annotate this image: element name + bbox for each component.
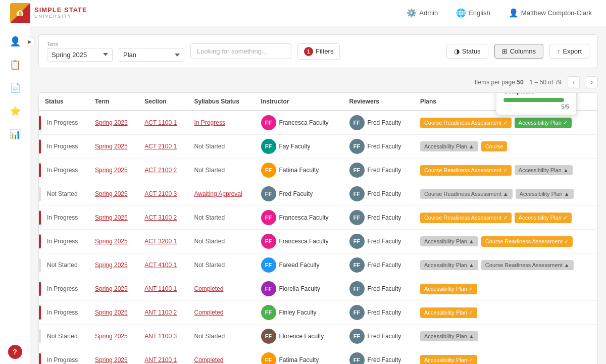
sidebar-item-chart[interactable]: 📊: [5, 124, 25, 144]
section-link[interactable]: ANT 1100 3: [144, 333, 177, 340]
admin-button[interactable]: ⚙️ Admin: [402, 6, 442, 20]
reviewer-cell: FFFred Faculty: [343, 277, 414, 301]
term-link[interactable]: Spring 2025: [95, 238, 128, 245]
plan-badge[interactable]: Course Readiness Assessment ✓: [420, 213, 512, 223]
term-link[interactable]: Spring 2025: [95, 214, 128, 221]
section-link[interactable]: ACT 4100 1: [144, 262, 177, 269]
next-page-button[interactable]: ›: [586, 76, 598, 88]
term-link[interactable]: Spring 2025: [95, 119, 128, 126]
export-button[interactable]: ↑ Export: [549, 44, 589, 59]
plan-badge[interactable]: Course Readiness Assessment ✓: [420, 165, 512, 176]
progress-bar-fill: [503, 98, 564, 102]
status-bar: [39, 353, 41, 364]
logo-icon: [10, 3, 30, 23]
plan-select[interactable]: Plan: [119, 48, 184, 62]
term-link[interactable]: Spring 2025: [95, 285, 128, 292]
sidebar-item-list[interactable]: 📋: [5, 55, 25, 75]
status-bar: [39, 305, 41, 320]
term-link[interactable]: Spring 2025: [95, 143, 128, 150]
plan-badge[interactable]: Accessibility Plan ✓: [515, 213, 572, 223]
section-cell: ACT 3100 2: [138, 206, 188, 230]
plan-badge[interactable]: Accessibility Plan ✓: [515, 118, 572, 128]
plan-badge[interactable]: Accessibility Plan ▲: [420, 141, 478, 151]
reviewer-name: Fred Faculty: [368, 309, 401, 316]
instructor-name: Fay Faculty: [279, 143, 311, 150]
term-link[interactable]: Spring 2025: [95, 262, 128, 269]
plan-badge[interactable]: Course Readiness Assessment ✓: [481, 236, 573, 247]
plan-badge[interactable]: Course: [481, 141, 507, 151]
sidebar-toggle-button[interactable]: ▶: [25, 36, 35, 46]
syllabus-link[interactable]: Awaiting Approval: [194, 190, 242, 197]
table-row: In ProgressSpring 2025ACT 1100 1In Progr…: [39, 111, 597, 135]
syllabus-status-cell: Not Started: [188, 253, 255, 277]
page-range: 1 – 50 of 79: [530, 79, 562, 86]
columns-icon: ⊞: [502, 47, 508, 55]
section-link[interactable]: ACT 2100 1: [144, 143, 177, 150]
reviewer-cell: FFFred Faculty: [343, 206, 414, 230]
term-link[interactable]: Spring 2025: [95, 333, 128, 340]
section-link[interactable]: ACT 3200 1: [144, 238, 177, 245]
plan-badge[interactable]: Accessibility Plan ✓: [420, 355, 477, 365]
user-label: Matthew Compton-Clark: [521, 9, 592, 17]
term-link[interactable]: Spring 2025: [95, 190, 128, 197]
instructor-avatar: FF: [261, 305, 276, 320]
plan-badge[interactable]: Course Readiness Assessment ▲: [481, 260, 574, 270]
status-text: In Progress: [47, 238, 78, 245]
section-link[interactable]: ANT 2100 1: [144, 356, 177, 363]
help-button[interactable]: ?: [8, 345, 22, 359]
language-button[interactable]: 🌐 English: [452, 6, 494, 20]
status-cell: In Progress: [39, 301, 89, 325]
user-menu-button[interactable]: 👤 Matthew Compton-Clark: [504, 6, 596, 20]
reviewer-name: Fred Faculty: [368, 262, 401, 269]
syllabus-link[interactable]: Completed: [194, 309, 224, 316]
plan-badge[interactable]: Accessibility Plan ▲: [516, 189, 574, 199]
section-link[interactable]: ACT 1100 1: [144, 119, 177, 126]
plan-badge[interactable]: Accessibility Plan ▲: [420, 236, 478, 246]
main-content: Term Spring 2025 Plan 1 Filters ◑ Status…: [30, 26, 606, 364]
section-link[interactable]: ACT 3100 2: [144, 214, 177, 221]
status-text: In Progress: [47, 309, 78, 316]
app-name: SIMPLE STATE: [34, 7, 87, 14]
syllabus-link[interactable]: In Progress: [194, 119, 225, 126]
sidebar-item-star[interactable]: ⭐: [5, 101, 25, 121]
term-select[interactable]: Spring 2025: [47, 48, 113, 62]
col-reviewers: Reviewers: [343, 93, 414, 111]
section-link[interactable]: ACT 2100 2: [144, 167, 177, 174]
status-button[interactable]: ◑ Status: [446, 44, 488, 59]
columns-button[interactable]: ⊞ Columns: [494, 44, 543, 59]
filters-button[interactable]: 1 Filters: [297, 43, 340, 60]
reviewer-avatar: FF: [349, 186, 365, 201]
plan-badge[interactable]: Course Readiness Assessment ✓: [420, 118, 512, 128]
tooltip-box: Completed5/5: [496, 92, 577, 115]
instructor-name: Fatima Faculty: [279, 167, 319, 174]
plan-badge[interactable]: Accessibility Plan ✓: [420, 284, 477, 294]
plan-badge[interactable]: Accessibility Plan ▲: [515, 165, 573, 175]
term-link[interactable]: Spring 2025: [95, 356, 128, 363]
term-link[interactable]: Spring 2025: [95, 167, 128, 174]
section-cell: ACT 2100 3: [138, 182, 188, 206]
top-navigation: SIMPLE STATE UNIVERSITY ⚙️ Admin 🌐 Engli…: [0, 0, 606, 26]
sidebar-item-profile[interactable]: 👤: [5, 31, 25, 51]
prev-page-button[interactable]: ‹: [568, 76, 580, 88]
section-link[interactable]: ANT 1100 1: [144, 285, 177, 292]
search-input[interactable]: [190, 43, 291, 59]
plan-badge[interactable]: Accessibility Plan ▲: [420, 260, 478, 270]
instructor-avatar: FF: [261, 329, 276, 344]
instructor-cell: FFFrancesca Faculty: [255, 230, 343, 253]
admin-label: Admin: [419, 9, 438, 17]
plan-badge[interactable]: Accessibility Plan ✓: [420, 307, 477, 318]
section-cell: ACT 2100 1: [138, 135, 188, 159]
term-link[interactable]: Spring 2025: [95, 309, 128, 316]
syllabus-text: Not Started: [194, 143, 225, 150]
plan-badge[interactable]: Course Readiness Assessment ▲: [420, 189, 513, 199]
syllabus-status-cell: Not Started: [188, 206, 255, 230]
syllabus-link[interactable]: Completed: [194, 356, 224, 363]
filters-label: Filters: [316, 47, 333, 55]
syllabus-text: Not Started: [194, 262, 225, 269]
syllabus-link[interactable]: Completed: [194, 285, 224, 292]
instructor-cell: FFFinley Faculty: [255, 301, 343, 325]
sidebar-item-document[interactable]: 📄: [5, 78, 25, 98]
section-link[interactable]: ACT 2100 3: [144, 190, 177, 197]
plan-badge[interactable]: Accessibility Plan ▲: [420, 331, 478, 341]
section-link[interactable]: ANT 1100 2: [144, 309, 177, 316]
